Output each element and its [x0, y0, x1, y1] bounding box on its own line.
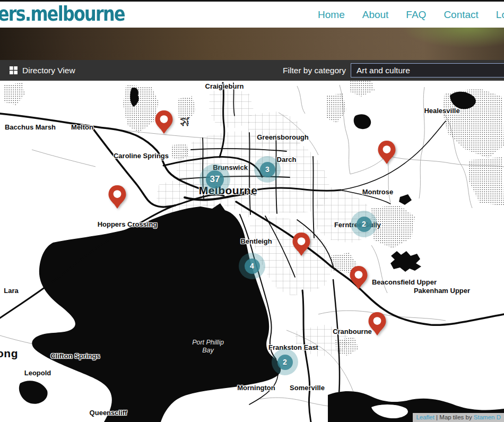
- cluster-count: 4: [245, 259, 260, 274]
- main-nav: Home About FAQ Contact Lo: [318, 2, 504, 28]
- map-pin[interactable]: [154, 109, 174, 135]
- site-header: ers.melbourne Home About FAQ Contact Lo: [0, 2, 504, 28]
- pin-icon: [154, 109, 174, 135]
- pin-icon: [291, 231, 311, 257]
- map-pin[interactable]: [291, 231, 311, 257]
- leaflet-map[interactable]: ✈ CraigieburnHealesvilleBacchus MarshMel…: [0, 81, 504, 422]
- page: ers.melbourne Home About FAQ Contact Lo …: [0, 0, 504, 422]
- cluster-count: 37: [206, 170, 224, 188]
- nav-login-truncated[interactable]: Lo: [496, 9, 504, 21]
- marker-cluster[interactable]: 3: [254, 156, 281, 183]
- map-pin[interactable]: [107, 184, 127, 210]
- cluster-count: 2: [277, 355, 293, 370]
- nav-about[interactable]: About: [362, 9, 389, 21]
- pin-icon: [349, 265, 369, 290]
- marker-cluster[interactable]: 4: [239, 253, 265, 279]
- map-pin[interactable]: [367, 311, 387, 337]
- marker-cluster[interactable]: 2: [272, 349, 298, 375]
- cluster-count: 3: [260, 162, 275, 177]
- directory-view-label: Directory View: [22, 66, 75, 75]
- marker-cluster[interactable]: 2: [351, 211, 377, 237]
- cluster-count: 2: [357, 217, 372, 232]
- nav-faq[interactable]: FAQ: [406, 9, 426, 21]
- map-attribution: Leaflet | Map tiles by Stamen D: [413, 413, 504, 422]
- filter-by-category-label: Filter by category: [278, 66, 346, 75]
- category-filter-select[interactable]: Art and culture: [351, 63, 504, 77]
- map-toolbar: Directory View Filter by category Art an…: [0, 60, 504, 81]
- nav-home[interactable]: Home: [318, 9, 345, 21]
- grid-icon: [10, 66, 18, 74]
- site-logo[interactable]: ers.melbourne: [0, 3, 125, 25]
- pin-icon: [377, 140, 397, 165]
- leaflet-link[interactable]: Leaflet: [416, 414, 435, 420]
- attribution-text: | Map tiles by: [435, 414, 474, 420]
- pin-icon: [367, 311, 387, 337]
- pin-icon: [107, 184, 127, 210]
- map-pin[interactable]: [377, 140, 397, 165]
- stamen-link[interactable]: Stamen D: [474, 414, 501, 420]
- directory-view-button[interactable]: Directory View: [10, 66, 75, 75]
- hero-image-strip: [0, 28, 504, 60]
- marker-cluster[interactable]: 37: [199, 164, 230, 195]
- port-phillip-bay-water: [32, 203, 281, 422]
- nav-contact[interactable]: Contact: [444, 9, 478, 21]
- basemap-tiles: ✈: [0, 81, 504, 422]
- map-pin[interactable]: [349, 265, 369, 290]
